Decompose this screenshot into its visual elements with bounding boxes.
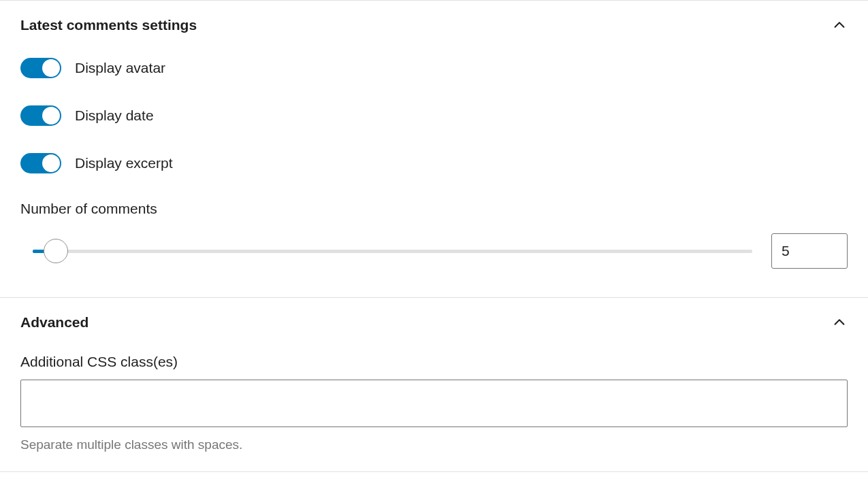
toggle-knob [42, 59, 60, 77]
advanced-panel-header[interactable]: Advanced [20, 314, 848, 331]
advanced-title: Advanced [20, 314, 89, 331]
toggle-display-date-row: Display date [20, 105, 848, 126]
number-of-comments-input[interactable] [771, 233, 848, 269]
css-class-input[interactable] [20, 380, 848, 427]
number-of-comments-slider[interactable] [20, 250, 752, 253]
slider-track [33, 250, 752, 253]
latest-comments-panel-header[interactable]: Latest comments settings [20, 17, 848, 33]
number-of-comments-label: Number of comments [20, 201, 848, 217]
toggle-display-date-label: Display date [75, 107, 154, 124]
chevron-up-icon [831, 17, 848, 33]
toggle-display-excerpt-row: Display excerpt [20, 153, 848, 173]
toggle-display-avatar-row: Display avatar [20, 58, 848, 78]
slider-thumb[interactable] [44, 239, 68, 263]
toggle-display-avatar-label: Display avatar [75, 60, 165, 76]
toggle-display-excerpt-label: Display excerpt [75, 155, 173, 171]
toggle-display-avatar[interactable] [20, 58, 61, 78]
toggle-display-date[interactable] [20, 105, 61, 126]
toggle-knob [42, 154, 60, 172]
chevron-up-icon [831, 314, 848, 331]
number-of-comments-control [20, 233, 848, 269]
css-class-label: Additional CSS class(es) [20, 354, 848, 370]
toggle-display-excerpt[interactable] [20, 153, 61, 173]
latest-comments-panel: Latest comments settings Display avatar … [0, 0, 868, 298]
css-class-help: Separate multiple classes with spaces. [20, 437, 848, 452]
latest-comments-title: Latest comments settings [20, 17, 197, 33]
advanced-panel: Advanced Additional CSS class(es) Separa… [0, 298, 868, 472]
toggle-knob [42, 107, 60, 124]
